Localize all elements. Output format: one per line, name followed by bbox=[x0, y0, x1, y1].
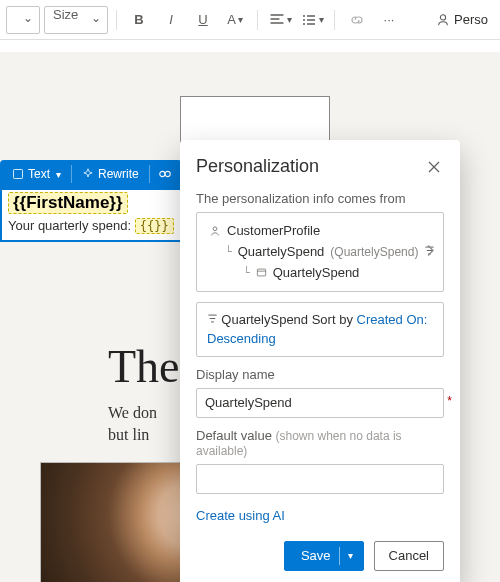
page-paragraph: We don but lin bbox=[108, 402, 157, 447]
block-type-button[interactable]: Text ▾ bbox=[6, 162, 67, 186]
perso-label: Perso bbox=[454, 12, 488, 27]
link-button[interactable] bbox=[343, 6, 371, 34]
close-button[interactable] bbox=[424, 157, 444, 177]
default-label-text: Default value bbox=[196, 428, 272, 443]
partial-element-box bbox=[180, 96, 330, 146]
rewrite-button[interactable]: Rewrite bbox=[76, 162, 145, 186]
close-icon bbox=[428, 161, 440, 173]
panel-header: Personalization bbox=[196, 156, 444, 177]
default-value-input[interactable] bbox=[196, 464, 444, 494]
toolbar-separator bbox=[334, 10, 335, 30]
italic-button[interactable]: I bbox=[157, 6, 185, 34]
personalization-toolbar-button[interactable]: Perso bbox=[430, 12, 494, 27]
toolbar-separator bbox=[257, 10, 258, 30]
display-name-input[interactable] bbox=[196, 388, 444, 418]
svg-point-0 bbox=[303, 15, 305, 17]
block-type-label: Text bbox=[28, 167, 50, 181]
svg-point-5 bbox=[159, 171, 164, 176]
font-family-select[interactable]: ⌄ bbox=[6, 6, 40, 34]
empty-token[interactable]: {{}} bbox=[135, 218, 174, 234]
para-line: but lin bbox=[108, 426, 149, 443]
svg-point-6 bbox=[165, 171, 170, 176]
chevron-down-icon: ⌄ bbox=[91, 11, 101, 25]
copilot-icon bbox=[158, 167, 172, 181]
path-root-label: CustomerProfile bbox=[227, 221, 320, 242]
person-icon bbox=[209, 225, 221, 237]
mini-separator bbox=[149, 165, 150, 183]
sort-config-box[interactable]: QuartelySpend Sort by Created On: Descen… bbox=[196, 302, 444, 356]
person-icon bbox=[436, 13, 450, 27]
mini-separator bbox=[71, 165, 72, 183]
spend-prefix: Your quarterly spend: bbox=[8, 218, 135, 233]
font-color-button[interactable]: A▾ bbox=[221, 6, 249, 34]
underline-button[interactable]: U bbox=[189, 6, 217, 34]
block-mini-toolbar: Text ▾ Rewrite bbox=[0, 160, 182, 188]
spend-text-line: Your quarterly spend: {{}} bbox=[8, 218, 174, 233]
display-name-label: Display name bbox=[196, 367, 444, 382]
bold-button[interactable]: B bbox=[125, 6, 153, 34]
firstname-token[interactable]: {{FirstName}} bbox=[8, 192, 128, 214]
page-heading: The bbox=[108, 340, 180, 393]
chevron-down-icon: ▾ bbox=[348, 550, 353, 561]
sort-field-label: QuartelySpend bbox=[221, 312, 308, 327]
font-size-select[interactable]: Size ⌄ bbox=[44, 6, 108, 34]
path-grandchild-label: QuartelySpend bbox=[273, 263, 360, 284]
font-size-label: Size bbox=[53, 7, 78, 22]
overflow-button[interactable]: ··· bbox=[375, 6, 403, 34]
personalization-panel: Personalization The personalization info… bbox=[180, 140, 460, 582]
chevron-down-icon: ▾ bbox=[56, 169, 61, 180]
panel-title: Personalization bbox=[196, 156, 319, 177]
sort-by-label: Sort by bbox=[312, 312, 353, 327]
rewrite-label: Rewrite bbox=[98, 167, 139, 181]
text-icon bbox=[12, 168, 24, 180]
align-left-icon bbox=[269, 12, 285, 28]
svg-rect-4 bbox=[14, 170, 23, 179]
svg-rect-8 bbox=[257, 270, 265, 277]
filter-icon bbox=[207, 313, 221, 327]
tree-branch-icon: └ bbox=[225, 243, 232, 261]
default-value-label: Default value (shown when no data is ava… bbox=[196, 428, 444, 458]
save-label: Save bbox=[301, 548, 331, 563]
svg-point-2 bbox=[303, 23, 305, 25]
path-row-grandchild: └ QuartelySpend bbox=[209, 263, 415, 284]
list-icon bbox=[301, 12, 317, 28]
bullet-list-button[interactable]: ▾ bbox=[298, 6, 326, 34]
display-name-wrapper: * bbox=[196, 388, 444, 418]
path-child-label: QuartelySpend bbox=[238, 242, 325, 263]
panel-footer: Save ▾ Cancel bbox=[196, 541, 444, 571]
create-using-ai-link[interactable]: Create using AI bbox=[196, 508, 285, 523]
toolbar-separator bbox=[116, 10, 117, 30]
align-button[interactable]: ▾ bbox=[266, 6, 294, 34]
button-divider bbox=[339, 547, 340, 565]
svg-point-3 bbox=[440, 14, 445, 19]
tree-branch-icon: └ bbox=[243, 264, 250, 282]
copilot-button[interactable] bbox=[154, 162, 176, 186]
cancel-button[interactable]: Cancel bbox=[374, 541, 444, 571]
link-icon bbox=[349, 12, 365, 28]
svg-point-1 bbox=[303, 19, 305, 21]
cancel-label: Cancel bbox=[389, 548, 429, 563]
data-path-selector[interactable]: CustomerProfile └ QuartelySpend (Quartel… bbox=[196, 212, 444, 292]
save-button[interactable]: Save ▾ bbox=[284, 541, 364, 571]
formatting-toolbar: ⌄ Size ⌄ B I U A▾ ▾ ▾ ··· Perso bbox=[0, 0, 500, 40]
sparkle-icon bbox=[82, 168, 94, 180]
para-line: We don bbox=[108, 404, 157, 421]
required-indicator: * bbox=[447, 394, 452, 408]
chevron-right-icon bbox=[425, 244, 435, 261]
field-icon bbox=[256, 267, 267, 278]
source-label: The personalization info comes from bbox=[196, 191, 444, 206]
svg-point-7 bbox=[213, 227, 217, 231]
chevron-down-icon: ⌄ bbox=[23, 11, 33, 25]
path-row-root: CustomerProfile bbox=[209, 221, 415, 242]
path-row-child: └ QuartelySpend (QuartelySpend) bbox=[209, 242, 415, 263]
editor-canvas: The We don but lin Text ▾ Rewrite {{Firs bbox=[0, 40, 500, 582]
path-child-suffix: (QuartelySpend) bbox=[330, 243, 418, 262]
